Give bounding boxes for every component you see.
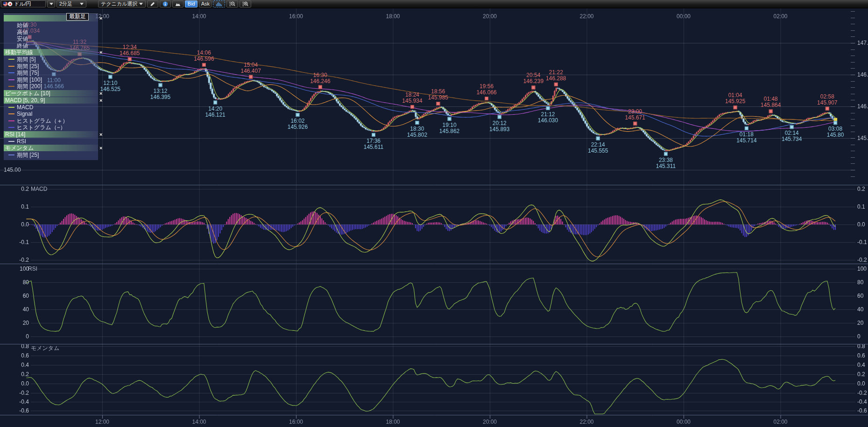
timeframe-selector[interactable]: 2分足 xyxy=(56,0,86,7)
legend-swatch xyxy=(8,120,14,121)
close-icon[interactable]: × xyxy=(99,90,102,97)
legend-item-label: ヒストグラム（＋） xyxy=(17,118,68,125)
legend-section-header-ma: 移動平均線× xyxy=(4,49,98,56)
legend-swatch xyxy=(8,59,14,60)
legend-item-label: 期間 [75] xyxy=(17,70,39,77)
technical-select-button[interactable]: テクニカル選択 xyxy=(98,0,146,7)
info-button[interactable] xyxy=(160,0,171,7)
legend-item: ヒストグラム（−） xyxy=(4,124,98,131)
legend-item-label: 期間 [25] xyxy=(17,152,39,159)
legend-section-title: モメンタム xyxy=(5,145,34,151)
legend-section-title: MACD [5, 20, 9] xyxy=(5,97,45,104)
legend-section-header-peakbottom: ピークボトム [10]× xyxy=(4,90,98,97)
legend-item: 終値 xyxy=(4,42,98,49)
zoom-out-icon xyxy=(229,1,235,7)
legend-item: ヒストグラム（＋） xyxy=(4,118,98,125)
legend-item-label: Signal xyxy=(17,111,32,118)
chart-canvas[interactable] xyxy=(0,0,868,427)
histogram-icon xyxy=(216,1,222,7)
legend-item-label: 始値 xyxy=(17,22,28,29)
legend-item-label: RSI xyxy=(17,138,26,145)
legend-swatch xyxy=(8,86,14,87)
indicator-legend-panel: ×始値高値安値終値移動平均線×期間 [5]期間 [25]期間 [75]期間 [1… xyxy=(4,14,98,160)
legend-item-label: 期間 [200] xyxy=(17,83,42,90)
chart-window: ドル/円 2分足 テクニカル選択 Bid xyxy=(0,0,868,427)
histogram-mode-button[interactable] xyxy=(213,0,225,7)
legend-item-label: 終値 xyxy=(17,42,28,49)
close-icon[interactable]: × xyxy=(99,15,102,21)
chevron-down-icon xyxy=(139,3,143,5)
legend-swatch xyxy=(8,107,14,108)
legend-item: 期間 [100] xyxy=(4,77,98,84)
close-icon[interactable]: × xyxy=(99,131,102,138)
legend-section-header-momentum: モメンタム× xyxy=(4,145,98,151)
legend-section-header-macd: MACD [5, 20, 9]× xyxy=(4,97,98,104)
legend-item: 始値 xyxy=(4,22,98,29)
legend-item: 期間 [25] xyxy=(4,152,98,159)
legend-item-label: 期間 [5] xyxy=(17,56,36,63)
legend-section-title: ピークボトム [10] xyxy=(5,90,50,97)
legend-swatch xyxy=(8,141,14,142)
legend-item-label: 安値 xyxy=(17,35,28,42)
close-icon[interactable]: × xyxy=(99,49,102,56)
close-icon[interactable]: × xyxy=(99,97,102,104)
legend-item-label: 期間 [25] xyxy=(17,63,39,70)
pencil-icon xyxy=(150,1,155,7)
bid-button[interactable]: Bid xyxy=(185,0,198,7)
legend-swatch xyxy=(8,127,14,128)
area-chart-icon xyxy=(175,1,181,7)
draw-pencil-button[interactable] xyxy=(147,0,158,7)
legend-item: 期間 [25] xyxy=(4,63,98,70)
ask-label: Ask xyxy=(201,1,210,7)
pair-dropdown-button[interactable] xyxy=(47,0,55,7)
legend-item-label: MACD xyxy=(17,104,33,111)
legend-swatch xyxy=(8,113,14,114)
legend-swatch xyxy=(8,154,14,155)
latest-candle-tooltip: 最新足 xyxy=(66,13,89,21)
legend-swatch xyxy=(8,66,14,67)
legend-item-label: ヒストグラム（−） xyxy=(17,124,66,131)
chart-style-button[interactable] xyxy=(172,0,183,7)
japan-flag-icon xyxy=(7,1,13,7)
legend-item: Signal xyxy=(4,111,98,118)
legend-section-header-rsi: RSI [14]× xyxy=(4,131,98,138)
legend-item-label: 高値 xyxy=(17,29,28,36)
close-icon[interactable]: × xyxy=(99,145,102,151)
chevron-down-icon xyxy=(49,3,53,5)
legend-section-title: 移動平均線 xyxy=(5,49,33,56)
legend-item: 高値 xyxy=(4,29,98,36)
legend-item: RSI xyxy=(4,138,98,145)
legend-item: 安値 xyxy=(4,35,98,42)
info-icon xyxy=(162,1,168,7)
timeframe-label: 2分足 xyxy=(59,1,72,7)
zoom-in-button[interactable] xyxy=(240,0,251,7)
bid-label: Bid xyxy=(188,1,195,7)
legend-item: 期間 [200] xyxy=(4,83,98,90)
chevron-down-icon xyxy=(80,3,84,5)
legend-item-label: 期間 [100] xyxy=(17,77,42,84)
legend-swatch xyxy=(8,72,14,73)
currency-pair-label: ドル/円 xyxy=(14,0,31,7)
zoom-out-button[interactable] xyxy=(226,0,238,7)
legend-section-title: RSI [14] xyxy=(5,131,25,138)
technical-select-label: テクニカル選択 xyxy=(101,1,137,7)
currency-pair-selector[interactable]: ドル/円 xyxy=(1,0,46,7)
legend-item: 期間 [75] xyxy=(4,70,98,77)
legend-swatch xyxy=(8,79,14,80)
zoom-in-icon xyxy=(242,1,248,7)
toolbar: ドル/円 2分足 テクニカル選択 Bid xyxy=(0,0,868,8)
legend-item: 期間 [5] xyxy=(4,56,98,63)
ask-button[interactable]: Ask xyxy=(199,0,212,7)
legend-item: MACD xyxy=(4,104,98,111)
